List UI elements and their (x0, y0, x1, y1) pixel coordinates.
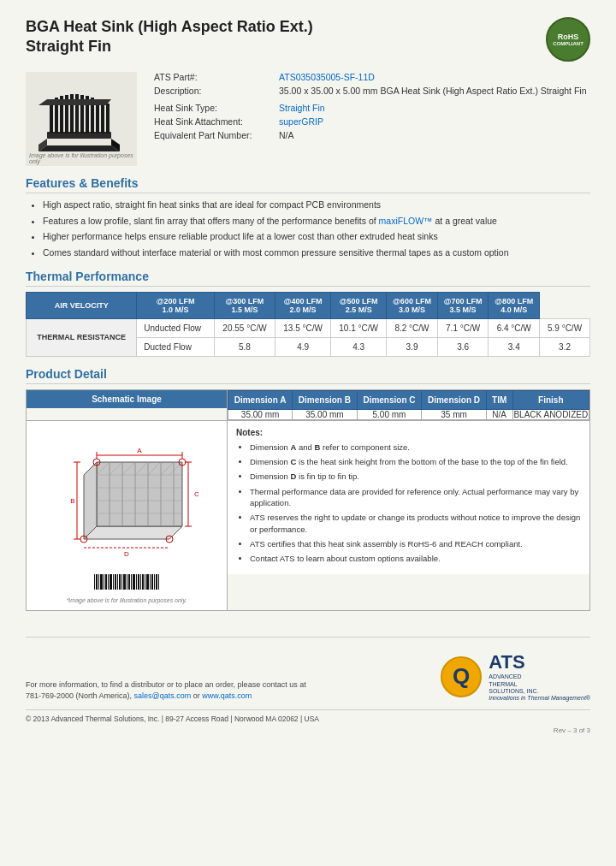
note-6: ATS certifies that this heat sink assemb… (250, 538, 581, 549)
svg-text:D: D (124, 550, 129, 558)
tim-value: N/A (486, 409, 512, 419)
unducted-row: THERMAL RESISTANCE Unducted Flow 20.55 °… (27, 318, 590, 337)
unducted-300: 13.5 °C/W (275, 318, 331, 337)
product-info-section: Image above is for illustration purposes… (26, 72, 590, 166)
product-specs: ATS Part#: ATS035035005-SF-11D Descripti… (154, 72, 590, 166)
title-line1: BGA Heat Sink (High Aspect Ratio Ext.) S… (26, 17, 313, 57)
svg-rect-73 (133, 574, 135, 590)
feature-item-1: High aspect ratio, straight fin heat sin… (43, 199, 590, 211)
part-number: ATS035035005-SF-11D (279, 72, 375, 82)
svg-text:A: A (137, 447, 142, 454)
schematic-svg: A B C (41, 428, 212, 569)
dim-a-header: Dimension A (228, 390, 293, 409)
footer-phone: 781-769-2000 (North America), (26, 691, 132, 700)
col-200lfm: @200 LFM1.0 M/S (137, 292, 215, 318)
thermal-table: AIR VELOCITY @200 LFM1.0 M/S @300 LFM1.5… (26, 292, 590, 357)
dim-a-value: 35.00 mm (228, 409, 293, 419)
footer-website[interactable]: www.qats.com (202, 691, 252, 700)
air-velocity-header: AIR VELOCITY (27, 292, 137, 318)
svg-rect-67 (119, 574, 121, 590)
dim-d-value: 35 mm (422, 409, 487, 419)
desc-label: Description: (154, 86, 274, 96)
unducted-200: 20.55 °C/W (214, 318, 275, 337)
dim-d-header: Dimension D (422, 390, 487, 409)
svg-rect-62 (108, 574, 109, 590)
svg-rect-77 (142, 574, 144, 590)
footer-email[interactable]: sales@qats.com (134, 691, 192, 700)
equiv-label: Equivalent Part Number: (154, 130, 274, 140)
part-number-row: ATS Part#: ATS035035005-SF-11D (154, 72, 590, 82)
note-4: Thermal performance data are provided fo… (250, 486, 581, 509)
ats-full-name: ADVANCEDTHERMALSOLUTIONS, INC. (489, 673, 590, 695)
note-3: Dimension D is fin tip to fin tip. (250, 471, 581, 482)
col-700lfm: @700 LFM3.5 M/S (437, 292, 489, 318)
dimensions-header-cell: Dimension A Dimension B Dimension C Dime… (228, 389, 590, 420)
contact-text: For more information, to find a distribu… (26, 680, 306, 689)
svg-rect-65 (115, 574, 116, 590)
ducted-500: 3.9 (387, 337, 438, 356)
svg-rect-72 (131, 574, 132, 590)
svg-rect-76 (140, 574, 141, 590)
unducted-label: Unducted Flow (137, 318, 215, 337)
unducted-600: 7.1 °C/W (437, 318, 489, 337)
hs-type-label: Heat Sink Type: (154, 103, 274, 113)
finish-value: BLACK ANODIZED (512, 409, 589, 419)
ats-text-block: ATS ADVANCEDTHERMALSOLUTIONS, INC. Innov… (489, 651, 590, 703)
svg-rect-80 (150, 574, 151, 590)
col-500lfm: @500 LFM2.5 M/S (331, 292, 387, 318)
schematic-label: Schematic Image (27, 390, 227, 408)
svg-rect-12 (106, 104, 110, 133)
ats-logo: Q ATS ADVANCEDTHERMALSOLUTIONS, INC. Inn… (441, 651, 590, 703)
dim-c-value: 5.00 mm (357, 409, 422, 419)
svg-rect-69 (123, 574, 126, 590)
ats-big: ATS (489, 651, 590, 673)
ducted-600: 3.6 (437, 337, 489, 356)
svg-rect-64 (113, 574, 114, 590)
svg-rect-60 (104, 574, 104, 590)
feature-item-4: Comes standard without interface materia… (43, 246, 590, 259)
page-header: BGA Heat Sink (High Aspect Ratio Ext.) S… (26, 17, 590, 62)
svg-rect-83 (156, 574, 157, 590)
svg-marker-17 (84, 526, 182, 539)
svg-rect-75 (138, 574, 139, 590)
attachment-row: Heat Sink Attachment: superGRIP (154, 116, 590, 127)
finish-header: Finish (512, 390, 589, 409)
svg-rect-81 (151, 574, 153, 590)
svg-rect-11 (101, 101, 104, 133)
unducted-800: 5.9 °C/W (540, 318, 590, 337)
notes-cell: Notes: Dimension A and B refer to compon… (228, 420, 590, 610)
col-400lfm: @400 LFM2.0 M/S (275, 292, 331, 318)
heat-sink-type-row: Heat Sink Type: Straight Fin (154, 103, 590, 113)
footer-or: or (193, 691, 203, 700)
rohs-compliant: COMPLIANT (553, 41, 583, 46)
svg-rect-61 (105, 574, 107, 590)
svg-rect-59 (100, 574, 103, 590)
svg-rect-58 (98, 574, 99, 590)
svg-rect-56 (94, 574, 95, 590)
unducted-400: 10.1 °C/W (331, 318, 387, 337)
rohs-text: RoHS (558, 33, 579, 41)
page-number: Rev – 3 of 3 (26, 727, 590, 734)
features-list: High aspect ratio, straight fin heat sin… (26, 199, 590, 259)
attachment: superGRIP (279, 116, 323, 127)
svg-marker-16 (38, 99, 111, 105)
ducted-800: 3.2 (540, 337, 590, 356)
unducted-700: 6.4 °C/W (489, 318, 540, 337)
schematic-image-area: A B C (27, 421, 227, 610)
svg-text:B: B (70, 497, 74, 505)
tim-header: TIM (486, 390, 512, 409)
product-detail-heading: Product Detail (26, 367, 590, 384)
heat-sink-image (34, 80, 128, 157)
dim-b-value: 35.00 mm (293, 409, 358, 419)
maxiflow-link[interactable]: maxiFLOW™ (379, 216, 433, 226)
svg-marker-19 (84, 462, 97, 539)
dim-b-header: Dimension B (293, 390, 358, 409)
product-detail-outer-table: Schematic Image Dimension A Dimension B … (26, 389, 590, 611)
svg-rect-70 (127, 574, 127, 590)
rohs-badge: RoHS COMPLIANT (546, 17, 590, 62)
svg-rect-71 (128, 574, 130, 590)
note-2: Dimension C is the heat sink height from… (250, 456, 581, 467)
svg-rect-79 (146, 574, 149, 590)
notes-list: Dimension A and B refer to component siz… (236, 442, 581, 565)
thermal-resistance-label: THERMAL RESISTANCE (27, 318, 137, 356)
